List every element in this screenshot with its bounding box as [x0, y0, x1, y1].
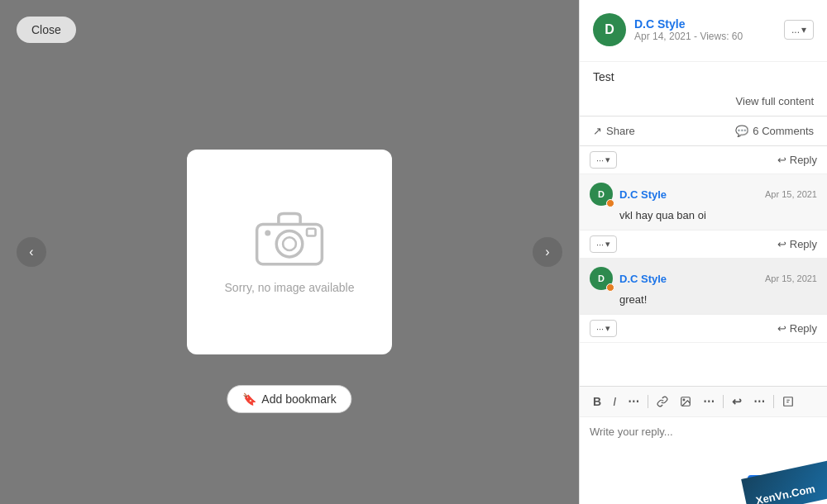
svg-point-2 — [283, 237, 296, 250]
post-more-button[interactable]: ... ▾ — [784, 20, 814, 40]
avatar-badge-2 — [606, 283, 614, 292]
reply-label-3: Reply — [790, 322, 817, 335]
chevron-icon-2: ▾ — [605, 239, 610, 250]
comment-item-2: D D.C Style Apr 15, 2021 great! — [580, 259, 827, 315]
left-panel: Close Sorry, no image available 🔖 Add bo… — [0, 0, 579, 504]
comment-action-row-2: ··· ▾ ↩ Reply — [580, 231, 827, 259]
preview-button[interactable] — [777, 392, 799, 411]
toolbar-separator-1 — [648, 395, 648, 408]
more-history-button[interactable]: ⋯ — [748, 392, 770, 411]
comment-more-button-2[interactable]: ··· ▾ — [590, 235, 617, 253]
svg-rect-4 — [307, 229, 316, 236]
comment-action-row-1: ··· ▾ ↩ Reply — [580, 146, 827, 174]
undo-button[interactable]: ↩ — [727, 392, 747, 411]
author-row: D D.C Style Apr 14, 2021 - Views: 60 ...… — [593, 13, 814, 46]
comment-author-2: D.C Style — [619, 273, 758, 285]
add-bookmark-button[interactable]: 🔖 Add bookmark — [227, 385, 351, 413]
no-image-label: Sorry, no image available — [225, 281, 355, 294]
author-avatar: D — [593, 13, 626, 46]
author-info: D.C Style Apr 14, 2021 - Views: 60 — [634, 17, 776, 42]
more-dots-icon-3: ··· — [596, 324, 604, 334]
comment-avatar-2: D — [590, 267, 613, 290]
close-button[interactable]: Close — [17, 17, 76, 43]
post-content: Test — [580, 62, 827, 92]
comment-more-button-1[interactable]: ··· ▾ — [590, 151, 617, 169]
avatar-badge-1 — [606, 199, 614, 207]
right-panel: D D.C Style Apr 14, 2021 - Views: 60 ...… — [579, 0, 827, 504]
chevron-down-icon: ▾ — [801, 24, 806, 36]
chevron-icon-3: ▾ — [605, 323, 610, 334]
svg-point-3 — [265, 231, 270, 236]
link-button[interactable] — [652, 392, 673, 411]
editor-toolbar: B I ⋯ ⋯ ↩ ⋯ — [580, 387, 827, 417]
prev-nav-button[interactable]: ‹ — [17, 237, 46, 267]
comment-item-1: D D.C Style Apr 15, 2021 vkl hay qua ban… — [580, 174, 827, 231]
bold-button[interactable]: B — [588, 392, 606, 411]
comment-date-1: Apr 15, 2021 — [765, 189, 817, 199]
reply-icon-1: ↩ — [777, 154, 786, 166]
comment-more-button-3[interactable]: ··· ▾ — [590, 320, 617, 337]
italic-button[interactable]: I — [608, 392, 621, 411]
camera-icon — [252, 210, 327, 271]
reply-label-1: Reply — [790, 154, 817, 166]
reply-icon-2: ↩ — [777, 238, 786, 250]
reply-button-3[interactable]: ↩ Reply — [777, 322, 817, 335]
post-header: D D.C Style Apr 14, 2021 - Views: 60 ...… — [580, 0, 827, 62]
comment-author-1: D.C Style — [619, 188, 758, 201]
image-placeholder: Sorry, no image available — [187, 150, 392, 354]
view-full-content-link[interactable]: View full content — [580, 92, 827, 116]
svg-point-6 — [683, 399, 685, 401]
reply-button-1[interactable]: ↩ Reply — [777, 154, 817, 166]
toolbar-separator-3 — [773, 395, 774, 408]
next-nav-button[interactable]: › — [533, 237, 562, 267]
comment-header-1: D D.C Style Apr 15, 2021 — [590, 183, 817, 206]
comments-section: ··· ▾ ↩ Reply D D.C Style Apr 15, 2021 v… — [580, 146, 827, 386]
image-button[interactable] — [675, 392, 696, 411]
comment-text-1: vkl hay qua ban oi — [590, 209, 817, 221]
more-dots-icon: ... — [791, 24, 800, 36]
reply-label-2: Reply — [790, 238, 817, 250]
chevron-icon-1: ▾ — [605, 155, 610, 165]
share-icon: ↗ — [593, 125, 602, 137]
more-format-button[interactable]: ⋯ — [623, 392, 644, 411]
more-dots-icon-1: ··· — [596, 155, 604, 165]
reply-button-2[interactable]: ↩ Reply — [777, 238, 817, 250]
add-bookmark-label: Add bookmark — [261, 392, 336, 406]
more-dots-icon-2: ··· — [596, 240, 604, 250]
comments-button[interactable]: 💬 6 Comments — [735, 125, 814, 137]
svg-point-1 — [276, 231, 303, 257]
bookmark-icon: 🔖 — [242, 392, 256, 406]
share-comments-bar: ↗ Share 💬 6 Comments — [580, 116, 827, 146]
author-meta: Apr 14, 2021 - Views: 60 — [634, 31, 776, 42]
more-insert-button[interactable]: ⋯ — [698, 392, 719, 411]
comment-date-2: Apr 15, 2021 — [765, 273, 817, 283]
toolbar-separator-2 — [723, 395, 724, 408]
comment-text-2: great! — [590, 293, 817, 306]
comment-header-2: D D.C Style Apr 15, 2021 — [590, 267, 817, 290]
watermark: XenVn.Com — [741, 459, 827, 504]
share-button[interactable]: ↗ Share — [593, 125, 735, 137]
share-label: Share — [606, 125, 635, 137]
comments-icon: 💬 — [735, 125, 748, 137]
reply-icon-3: ↩ — [777, 322, 786, 335]
comment-avatar-1: D — [590, 183, 613, 206]
comment-action-row-3: ··· ▾ ↩ Reply — [580, 315, 827, 343]
comments-label: 6 Comments — [753, 125, 814, 137]
watermark-container: XenVn.Com — [728, 438, 827, 504]
author-name: D.C Style — [634, 17, 776, 31]
